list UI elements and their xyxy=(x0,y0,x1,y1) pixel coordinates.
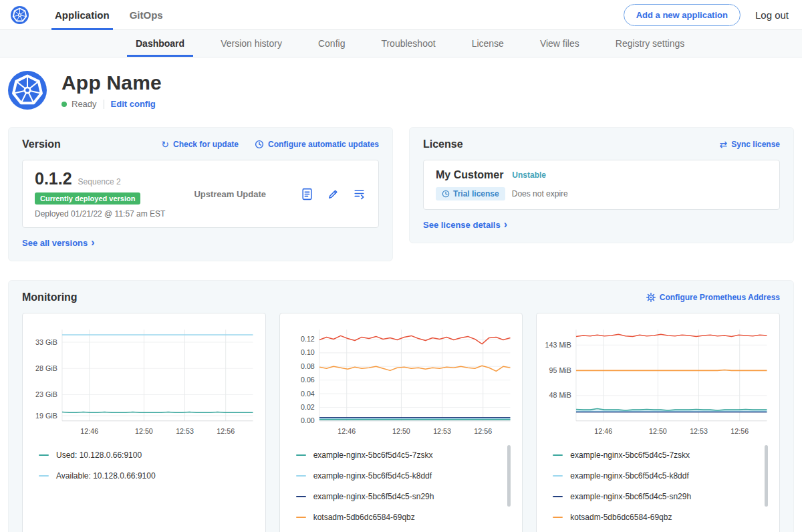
legend-item: example-nginx-5bc6f5d4c5-sn29h xyxy=(296,492,503,501)
series-color-dash xyxy=(296,517,306,518)
version-number: 0.1.2 xyxy=(35,169,72,188)
sync-license-label: Sync license xyxy=(731,140,780,149)
series-label: example-nginx-5bc6f5d4c5-k8ddf xyxy=(570,471,688,481)
svg-text:0.08: 0.08 xyxy=(301,362,315,370)
legend-item: kotsadm-5db6dc6584-69qbz xyxy=(296,513,503,522)
svg-text:19 GiB: 19 GiB xyxy=(35,411,57,419)
license-expiry-text: Does not expire xyxy=(512,189,568,198)
license-card-title: License xyxy=(423,138,463,150)
check-for-update-button[interactable]: ↻ Check for update xyxy=(161,140,239,149)
svg-text:0.10: 0.10 xyxy=(301,348,315,356)
add-new-application-button[interactable]: Add a new application xyxy=(624,4,741,26)
legend-item: Available: 10.128.0.66:9100 xyxy=(39,471,245,481)
chevron-right-icon: › xyxy=(504,219,507,230)
series-label: example-nginx-5bc6f5d4c5-sn29h xyxy=(570,492,691,501)
series-label: kotsadm-5db6dc6584-69qbz xyxy=(570,513,672,522)
page-title: App Name xyxy=(61,72,162,94)
tab-gitops[interactable]: GitOps xyxy=(120,0,173,29)
svg-text:0.12: 0.12 xyxy=(301,335,315,343)
legend-scrollbar[interactable] xyxy=(765,445,768,507)
check-for-update-label: Check for update xyxy=(173,140,239,149)
svg-text:12:53: 12:53 xyxy=(176,427,194,435)
log-out-link[interactable]: Log out xyxy=(755,9,789,21)
see-license-details-link[interactable]: See license details › xyxy=(423,219,507,230)
svg-text:12:46: 12:46 xyxy=(80,427,98,435)
tab-application[interactable]: Application xyxy=(45,0,120,29)
cpu-usage-legend: example-nginx-5bc6f5d4c5-7zskxexample-ng… xyxy=(287,440,516,525)
edit-config-link[interactable]: Edit config xyxy=(111,99,156,109)
monitoring-card: Monitoring Configure Prometheus Address xyxy=(8,280,794,532)
release-notes-icon[interactable] xyxy=(300,187,314,201)
tab-application-label: Application xyxy=(55,9,110,21)
series-color-dash xyxy=(296,454,306,456)
configure-automatic-updates-label: Configure automatic updates xyxy=(268,140,379,149)
tab-license[interactable]: License xyxy=(454,30,522,57)
series-label: example-nginx-5bc6f5d4c5-7zskx xyxy=(570,450,690,460)
version-card-title: Version xyxy=(22,138,61,150)
legend-item: example-nginx-5bc6f5d4c5-7zskx xyxy=(553,450,759,460)
see-all-versions-label: See all versions xyxy=(22,238,88,248)
trial-license-badge: Trial license xyxy=(436,187,505,201)
svg-text:95 MiB: 95 MiB xyxy=(549,366,571,374)
license-info-box: My Customer Unstable Trial license Does … xyxy=(423,160,780,210)
tab-config[interactable]: Config xyxy=(300,30,363,57)
svg-text:0.06: 0.06 xyxy=(301,376,315,384)
deploy-logs-icon[interactable] xyxy=(352,187,366,201)
svg-text:12:56: 12:56 xyxy=(731,427,749,435)
tab-config-label: Config xyxy=(318,38,345,49)
upstream-update-label: Upstream Update xyxy=(194,189,266,199)
sync-license-button[interactable]: ⇄ Sync license xyxy=(720,140,780,149)
app-logo-kubernetes-icon xyxy=(8,71,47,110)
chevron-right-icon: › xyxy=(91,237,94,248)
legend-item: Used: 10.128.0.66:9100 xyxy=(39,450,245,460)
svg-text:33 GiB: 33 GiB xyxy=(35,338,57,346)
tab-troubleshoot[interactable]: Troubleshoot xyxy=(363,30,453,57)
legend-item: example-nginx-5bc6f5d4c5-k8ddf xyxy=(296,471,503,481)
chart-title: Disk Usage xyxy=(29,525,259,532)
tab-registry-settings[interactable]: Registry settings xyxy=(597,30,702,57)
svg-text:143 MiB: 143 MiB xyxy=(545,340,571,348)
svg-text:12:53: 12:53 xyxy=(690,427,708,435)
disk-usage-legend: Used: 10.128.0.66:9100Available: 10.128.… xyxy=(29,440,259,483)
memory-usage-plot: 48 MiB95 MiB143 MiB12:4612:5012:5312:56 xyxy=(543,323,773,440)
kubernetes-logo-icon[interactable] xyxy=(11,6,29,24)
edit-config-icon[interactable] xyxy=(326,187,340,201)
series-label: Used: 10.128.0.66:9100 xyxy=(56,450,142,460)
svg-text:12:46: 12:46 xyxy=(595,427,613,435)
legend-scrollbar[interactable] xyxy=(507,445,511,507)
svg-text:28 GiB: 28 GiB xyxy=(35,364,57,372)
trial-license-label: Trial license xyxy=(453,189,499,198)
see-all-versions-link[interactable]: See all versions › xyxy=(22,237,95,248)
svg-text:12:50: 12:50 xyxy=(392,427,410,435)
divider xyxy=(104,100,104,109)
tab-registry-settings-label: Registry settings xyxy=(616,38,684,49)
chart-title: Memory Usage xyxy=(543,525,773,532)
tab-gitops-label: GitOps xyxy=(130,9,163,21)
current-version-box: 0.1.2 Sequence 2 Currently deployed vers… xyxy=(22,160,379,228)
see-license-details-label: See license details xyxy=(423,220,501,230)
memory-usage-legend: example-nginx-5bc6f5d4c5-7zskxexample-ng… xyxy=(543,440,773,525)
series-label: example-nginx-5bc6f5d4c5-sn29h xyxy=(313,492,434,501)
tab-dashboard[interactable]: Dashboard xyxy=(118,30,203,57)
series-label: Available: 10.128.0.66:9100 xyxy=(56,471,156,481)
customer-name: My Customer xyxy=(436,169,503,181)
version-card: Version ↻ Check for update Configure aut… xyxy=(8,127,393,261)
series-label: example-nginx-5bc6f5d4c5-k8ddf xyxy=(313,471,432,481)
svg-text:23 GiB: 23 GiB xyxy=(35,390,57,398)
svg-text:48 MiB: 48 MiB xyxy=(549,391,571,399)
svg-text:12:53: 12:53 xyxy=(433,427,451,435)
status-text: Ready xyxy=(72,99,97,109)
deployed-timestamp: Deployed 01/21/22 @ 11:57 am EST xyxy=(35,209,165,219)
tab-view-files[interactable]: View files xyxy=(522,30,597,57)
series-color-dash xyxy=(296,475,306,477)
deployed-status-badge: Currently deployed version xyxy=(35,192,140,205)
configure-prometheus-button[interactable]: Configure Prometheus Address xyxy=(646,293,780,302)
tab-view-files-label: View files xyxy=(540,38,579,49)
version-sequence: Sequence 2 xyxy=(78,177,121,186)
refresh-icon: ↻ xyxy=(161,140,169,149)
tab-troubleshoot-label: Troubleshoot xyxy=(381,38,435,49)
configure-automatic-updates-button[interactable]: Configure automatic updates xyxy=(255,140,379,149)
cpu-usage-chart-card: 0.000.020.040.060.080.100.1212:4612:5012… xyxy=(279,313,523,532)
schedule-icon xyxy=(255,140,264,149)
tab-version-history[interactable]: Version history xyxy=(203,30,300,57)
